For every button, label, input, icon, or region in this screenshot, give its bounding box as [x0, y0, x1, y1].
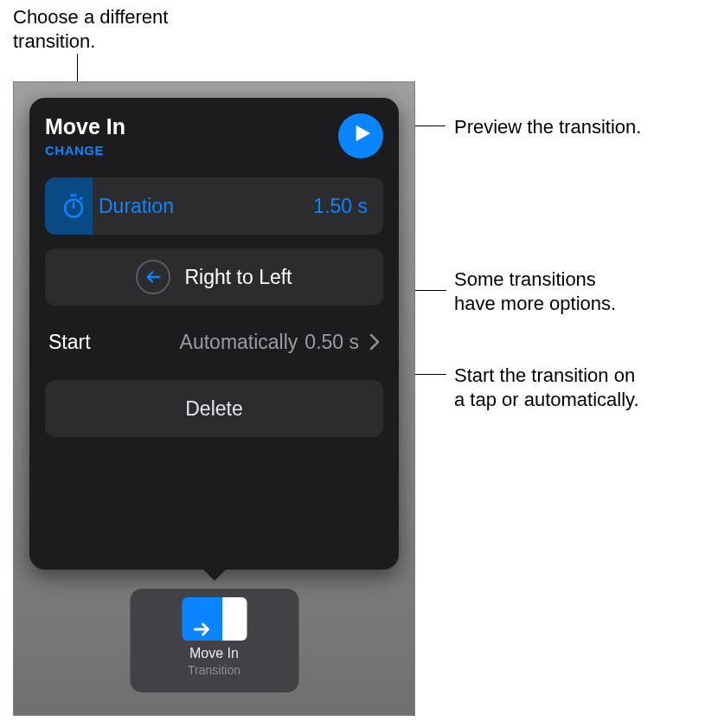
- start-label: Start: [48, 331, 91, 354]
- device-frame: Move In CHANGE: [13, 81, 415, 716]
- direction-row[interactable]: Right to Left: [45, 248, 383, 306]
- chip-title: Move In: [189, 646, 239, 661]
- callout-options: Some transitionshave more options.: [454, 267, 616, 315]
- delete-button[interactable]: Delete: [45, 380, 383, 437]
- popover-header: Move In CHANGE: [45, 115, 383, 158]
- direction-label: Right to Left: [184, 266, 292, 289]
- duration-row[interactable]: Duration 1.50 s: [45, 177, 383, 235]
- popover-title: Move In: [45, 115, 125, 139]
- transition-settings-popover: Move In CHANGE: [29, 98, 399, 570]
- popover-title-block: Move In CHANGE: [45, 115, 125, 158]
- callout-change-transition: Choose a differenttransition.: [13, 5, 168, 53]
- chip-subtitle: Transition: [188, 663, 240, 677]
- callout-preview: Preview the transition.: [454, 115, 641, 139]
- transition-thumbnail: [182, 597, 247, 641]
- arrow-left-icon: [136, 260, 170, 294]
- preview-play-button[interactable]: [338, 113, 383, 158]
- transition-chip[interactable]: Move In Transition: [130, 589, 298, 693]
- callout-start: Start the transition ona tap or automati…: [454, 364, 639, 411]
- change-transition-link[interactable]: CHANGE: [45, 143, 125, 158]
- timer-icon: [61, 193, 87, 219]
- delete-label: Delete: [185, 397, 242, 421]
- play-icon: [350, 124, 372, 148]
- start-delay-value: 0.50 s: [305, 331, 359, 354]
- duration-value: 1.50 s: [313, 195, 368, 218]
- start-mode-value: Automatically: [180, 331, 298, 354]
- chevron-right-icon: [369, 333, 380, 351]
- duration-label: Duration: [99, 195, 174, 218]
- start-row[interactable]: Start Automatically 0.50 s: [45, 319, 383, 364]
